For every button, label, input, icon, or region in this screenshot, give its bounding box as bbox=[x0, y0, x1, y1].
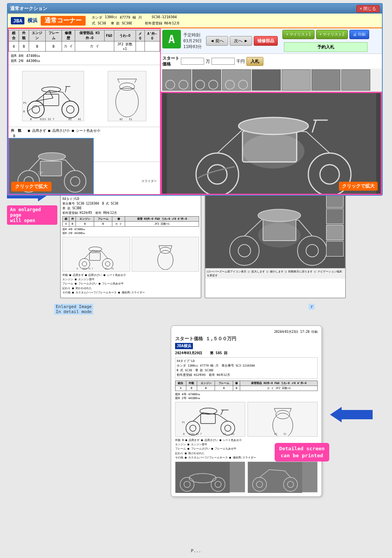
enlarged-side-diagram: B 5151 S1 7 A2 A1 bbox=[62, 237, 130, 272]
expand-overlay-left[interactable]: クリックで拡大 bbox=[11, 182, 52, 191]
print-bike-top-svg: A2 S1 bbox=[267, 403, 298, 436]
pg-b4: B bbox=[233, 386, 240, 391]
print-button[interactable]: 🖨 印刷 bbox=[349, 30, 369, 39]
svg-text:5151 S1 7: 5151 S1 7 bbox=[83, 267, 93, 270]
enlarged-photo-svg bbox=[213, 191, 337, 268]
vehicle-displacement: 1300cc bbox=[105, 15, 117, 20]
eg-h1: 総 bbox=[63, 217, 69, 222]
thumb-2[interactable] bbox=[192, 69, 221, 91]
main-photo-display[interactable]: クリックで拡大 bbox=[161, 92, 382, 195]
grade-exterior: B bbox=[19, 41, 29, 52]
svg-text:P1: P1 bbox=[23, 101, 26, 104]
right-arrow-head bbox=[330, 407, 342, 422]
eg-h3: エンジン bbox=[76, 217, 94, 222]
detailed-screen-badge: Detailed screen can be printed bbox=[275, 443, 329, 462]
detail-mode-label: In detail mode bbox=[54, 309, 93, 315]
vehicle-reg-year: 初年度登録 R6年12月 bbox=[145, 21, 180, 26]
exterior-grade-value: B bbox=[11, 134, 158, 138]
print-photos bbox=[175, 462, 318, 493]
enlarged-bike-side-svg: B 5151 S1 7 A2 A1 bbox=[75, 239, 117, 270]
print-jba-logo: JBA横浜 bbox=[175, 343, 193, 349]
thumb-4[interactable] bbox=[252, 69, 281, 91]
price-input-man[interactable] bbox=[181, 58, 204, 65]
enlarged-years: 初年度登録 H12年R5 前年 R6年12月 bbox=[62, 211, 199, 215]
thumb-right-3[interactable] bbox=[326, 225, 344, 240]
print-type-label: X4タイプ'LD bbox=[177, 359, 316, 363]
thumbnail-strip bbox=[161, 69, 382, 92]
vehicle-type: 川 bbox=[138, 15, 142, 20]
bottom-section: 2024年03月23日 17:28 印刷 スタート価格 １,５００万円 JBA横… bbox=[0, 322, 392, 501]
thumb-1[interactable] bbox=[162, 69, 191, 91]
enlarged-exterior-notes: 外観 ■ 品用きず ■ 品用さびい ■ シート色あせ小 bbox=[62, 273, 199, 277]
odometer-actual: 前R 4年 47400㎞ bbox=[11, 53, 158, 59]
slider-note: スライダー bbox=[141, 179, 157, 183]
svg-line-93 bbox=[221, 410, 223, 415]
svg-rect-9 bbox=[44, 94, 59, 106]
pg-h6: 保管部品 H3外-O F&O うわ-O メO A'外-O bbox=[240, 381, 318, 386]
mylist2-button[interactable]: + マイリスト2 bbox=[316, 30, 348, 39]
eg-h2: 外 bbox=[69, 217, 76, 222]
thumb-right-4[interactable] bbox=[326, 241, 344, 257]
next-button[interactable]: 次へ ► bbox=[230, 36, 252, 46]
grade-header-exterior: 外観 bbox=[19, 30, 29, 41]
middle-right-label: r bbox=[309, 304, 315, 309]
enlarged-year: 前年 R6年12月 bbox=[95, 211, 117, 215]
price-input-sen[interactable] bbox=[211, 58, 235, 65]
schedule-label: 予定時刻 bbox=[183, 32, 202, 38]
grade-header-handle: うわ-O bbox=[114, 30, 136, 41]
svg-text:☞: ☞ bbox=[38, 168, 43, 177]
enlarged-other: その他 ■ カスタム/ハーフ/フレームキース ■ 連続周:スライダー bbox=[62, 291, 199, 295]
svg-point-3 bbox=[67, 105, 74, 113]
exterior-label: 外 観 bbox=[11, 128, 26, 133]
enlarged-notes: 外観 ■ 品用きず ■ 品用さびい ■ シート色あせ小 エンジン ■ エンジン普… bbox=[62, 273, 199, 295]
enlarged-odo-1: 前R 4年 47400㎞ bbox=[62, 227, 199, 231]
pg-eng: B bbox=[197, 386, 215, 391]
print-odo-2: 前R 2年 44300㎞ bbox=[175, 396, 318, 400]
eg-resto: カ イ bbox=[112, 222, 125, 227]
enlarged-grade-table: 総 外 エンジン フレーム 修 保管 H3外-O F&O うわ-O メO A'外… bbox=[62, 216, 199, 227]
eg-misc: JF2 回数+1 bbox=[125, 222, 199, 227]
bike-top-diagram: A2 S1 bbox=[108, 71, 146, 121]
eg-ext: B bbox=[69, 222, 76, 227]
svg-text:S1: S1 bbox=[284, 432, 287, 435]
vehicle-body-type: 車 款 SC38E bbox=[111, 21, 132, 26]
enlarged-left-content: ホンダ 1300cc 47779 柚 川 X4タイプLD 車台番号 SC38-1… bbox=[61, 191, 201, 296]
print-date-lot: 2024年03月29日 第 585 回 bbox=[175, 351, 318, 356]
right-panel: A 予定時刻 03月29日 11時03分 ◄ 前へ 次へ ► 補修部品 + マイ… bbox=[161, 28, 382, 195]
pg-combined: 4 bbox=[175, 386, 186, 391]
window-close-button[interactable]: × 閉じる bbox=[356, 5, 380, 12]
pg-h1: 総合 bbox=[175, 381, 186, 386]
print-odo-1: 前R 4年 47400㎞ bbox=[175, 393, 318, 396]
mylist1-button[interactable]: + マイリスト1 bbox=[282, 30, 314, 39]
grade-misc-4 bbox=[144, 41, 160, 52]
bid-button[interactable]: 入札 bbox=[246, 57, 263, 66]
thumb-right-2[interactable] bbox=[326, 208, 344, 224]
thumb-3[interactable] bbox=[222, 69, 251, 91]
print-frame-no: 車台番号 SC3-121030A bbox=[222, 363, 255, 368]
thumb-7[interactable] bbox=[341, 69, 370, 91]
repair-button[interactable]: 補修部品 bbox=[254, 36, 278, 46]
pg-ext: B bbox=[186, 386, 197, 391]
svg-line-62 bbox=[84, 250, 92, 258]
grade-header-abc: A'外-O bbox=[144, 30, 160, 41]
right-arrow-container bbox=[330, 407, 373, 422]
prev-button[interactable]: ◄ 前へ bbox=[206, 36, 229, 46]
svg-point-82 bbox=[258, 209, 301, 222]
left-vehicle-panel: 総合 外観 エンジン フレーム 修復歴 保管部品 H3外-O F&O うわ-O … bbox=[8, 28, 161, 195]
vehicle-make: ホンダ bbox=[92, 15, 102, 20]
grade-table: 総合 外観 エンジン フレーム 修復歴 保管部品 H3外-O F&O うわ-O … bbox=[9, 30, 160, 52]
thumb-6[interactable] bbox=[311, 69, 340, 91]
jba-location: 横浜 bbox=[28, 17, 38, 24]
enlarged-codes: 車台番号 SC38-1210304 B 式 SC38 bbox=[62, 202, 199, 206]
print-top-diagram: A2 S1 bbox=[248, 402, 318, 437]
svg-line-11 bbox=[65, 86, 67, 92]
enlarged-accessories: 記わり ■ 初かわせれた bbox=[62, 286, 199, 291]
photo-overlay-left[interactable]: ☞ クリックで拡大 bbox=[9, 138, 94, 194]
svg-text:A1: A1 bbox=[232, 432, 235, 435]
thumb-5[interactable] bbox=[282, 69, 311, 91]
svg-line-6 bbox=[63, 92, 70, 101]
vehicle-model-code: 式 SC38 bbox=[92, 21, 106, 26]
enlarged-main-photo[interactable] bbox=[205, 191, 345, 268]
print-bike-side-svg: B 5151 S1 7 A2 A1 P1 bbox=[181, 403, 239, 436]
enlarged-bottom-bar: □スーパーズーム前アイコン表示 □ 拡大します □ 縮小します □ 初期表示に戻… bbox=[205, 268, 345, 279]
